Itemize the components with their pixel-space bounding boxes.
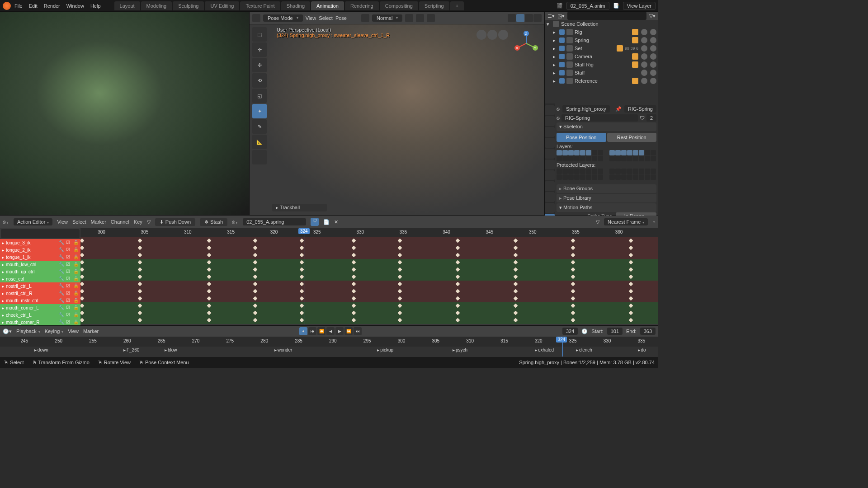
proportional-edit-icon[interactable]: ○ xyxy=(652,219,656,225)
keyframe-area[interactable]: 300305310315320325330335340345350355360 … xyxy=(80,228,658,325)
outliner-filter-icon[interactable]: ▽▾ xyxy=(649,13,656,19)
keyframe-track[interactable] xyxy=(80,310,658,317)
keyframe-track[interactable] xyxy=(80,281,658,288)
marker[interactable]: psych xyxy=(98,325,113,325)
jump-end-button[interactable]: ⏭ xyxy=(354,327,362,335)
end-frame[interactable]: 363 xyxy=(640,328,656,335)
keyframe-track[interactable] xyxy=(80,295,658,302)
keyframe-track[interactable] xyxy=(80,288,658,295)
camera-icon[interactable] xyxy=(476,30,486,40)
channel-row[interactable]: ▸nostril_ctrl_R🔧☑🔒 xyxy=(0,290,80,297)
annotate-tool[interactable]: ✎ xyxy=(252,119,267,134)
snap-icon[interactable] xyxy=(416,14,424,22)
timeline-marker[interactable]: clench xyxy=(576,347,592,352)
editor-type-icon[interactable] xyxy=(252,14,260,22)
prop-tab-object[interactable] xyxy=(545,160,555,169)
channel-row[interactable]: ▸mouth_low_ctrl🔧☑🔒 xyxy=(0,261,80,268)
keyframe-track[interactable] xyxy=(80,259,658,266)
channel-search[interactable] xyxy=(1,229,80,238)
ds-view-menu[interactable]: View xyxy=(57,219,68,225)
pan-icon[interactable] xyxy=(487,30,497,40)
keyframe-track[interactable] xyxy=(80,244,658,252)
keyframe-track[interactable] xyxy=(80,273,658,281)
menu-edit[interactable]: Edit xyxy=(29,3,38,9)
protected-grid-2[interactable] xyxy=(609,169,656,180)
menu-help[interactable]: Help xyxy=(90,3,101,9)
keying-menu[interactable]: Keying xyxy=(45,328,64,334)
fake-user-toggle[interactable]: 🛡 xyxy=(311,218,319,226)
tab-layout[interactable]: Layout xyxy=(114,1,140,10)
lookdev-shading[interactable] xyxy=(525,14,533,22)
extra-tool[interactable]: ⋯ xyxy=(252,150,267,164)
move-tool[interactable]: ✢ xyxy=(252,58,267,72)
timeline-marker[interactable]: F_260 xyxy=(123,347,139,352)
keyframe-track[interactable] xyxy=(80,317,658,324)
keyframe-track[interactable] xyxy=(80,252,658,259)
tab-texture-paint[interactable]: Texture Paint xyxy=(240,1,280,10)
push-down-button[interactable]: ⬇ Push Down xyxy=(155,218,195,226)
prop-tab-particle[interactable] xyxy=(545,181,555,191)
marker[interactable]: extreme xyxy=(598,325,617,325)
channel-row[interactable]: ▸tongue_2_ik🔧☑🔒 xyxy=(0,246,80,253)
tab-scripting[interactable]: Scripting xyxy=(419,1,449,10)
outliner-search[interactable] xyxy=(567,12,646,20)
select-tool[interactable]: ⬚ xyxy=(252,27,267,42)
ds-channel-menu[interactable]: Channel xyxy=(111,219,129,225)
marker[interactable]: exhaled xyxy=(253,325,272,325)
start-frame[interactable]: 101 xyxy=(607,328,623,335)
proportional-icon[interactable] xyxy=(427,14,435,22)
timeline-editor-icon[interactable]: 🕐▾ xyxy=(3,328,12,334)
mode-selector[interactable]: Pose Mode xyxy=(263,14,303,22)
dopesheet-editor-icon[interactable]: ⎋▾ xyxy=(3,219,9,225)
tl-marker-menu[interactable]: Marker xyxy=(83,328,99,334)
timeline-marker[interactable]: psych xyxy=(453,347,467,352)
keyframe-track[interactable] xyxy=(80,237,658,244)
unlink-action-icon[interactable]: ✕ xyxy=(334,219,338,225)
action-editor-mode[interactable]: Action Editor xyxy=(14,218,52,225)
tab-modeling[interactable]: Modeling xyxy=(141,1,172,10)
transform-icon[interactable] xyxy=(361,14,369,22)
filter-icon[interactable]: ▽ xyxy=(147,219,151,225)
channel-row[interactable]: ▸mouth_mstr_ctrl🔧☑🔒 xyxy=(0,297,80,304)
axis-gizmo[interactable]: X Y Z xyxy=(513,30,540,57)
channel-row[interactable]: ▸nostril_ctrl_L🔧☑🔒 xyxy=(0,282,80,290)
action-icon[interactable]: ⎋▾ xyxy=(232,219,238,225)
menu-render[interactable]: Render xyxy=(44,3,60,9)
outliner-item[interactable]: ▸Camera xyxy=(545,52,658,61)
channel-row[interactable]: ▸mouth_up_ctrl🔧☑🔒 xyxy=(0,268,80,275)
motion-paths-panel[interactable]: ▾ Motion Paths xyxy=(557,203,656,212)
scene-field[interactable]: 02_055_A.anim xyxy=(566,2,609,10)
timeline-marker[interactable]: blow xyxy=(165,347,177,352)
autokey-toggle[interactable]: ● xyxy=(299,327,307,335)
3d-viewport[interactable]: Pose Mode View Select Pose Normal ⬚ ✛ ✢ … xyxy=(249,12,544,215)
dopesheet-playhead[interactable]: 324 xyxy=(305,228,305,325)
sync-icon[interactable]: 🕐 xyxy=(581,328,588,334)
3d-viewport-canvas[interactable] xyxy=(250,24,544,215)
tab-add[interactable]: + xyxy=(450,1,464,10)
view-layer-field[interactable]: View Layer xyxy=(623,2,656,10)
skeleton-panel-header[interactable]: ▾ Skeleton xyxy=(557,122,656,131)
solid-shading[interactable] xyxy=(516,14,524,22)
rendered-shading[interactable] xyxy=(533,14,542,22)
ds-marker-menu[interactable]: Marker xyxy=(91,219,106,225)
current-frame[interactable]: 324 xyxy=(562,328,578,335)
prop-tab-scene[interactable] xyxy=(545,138,555,148)
timeline-marker[interactable]: down xyxy=(34,347,48,352)
outliner-item[interactable]: ▸Reference xyxy=(545,77,658,85)
view-menu[interactable]: View xyxy=(306,15,316,21)
marker[interactable]: down xyxy=(382,325,396,325)
outliner-item[interactable]: ▸Set99 39 6 xyxy=(545,44,658,52)
cursor-tool[interactable]: ✛ xyxy=(252,42,267,57)
transform-orientation[interactable]: Normal xyxy=(372,14,402,22)
prop-tab-modifier[interactable] xyxy=(545,170,555,180)
prop-tab-physics[interactable] xyxy=(545,192,555,202)
tab-compositing[interactable]: Compositing xyxy=(380,1,418,10)
select-menu[interactable]: Select xyxy=(319,15,333,21)
menu-window[interactable]: Window xyxy=(66,3,84,9)
channel-row[interactable]: ▸mouth_corner_R🔧☑🔒 xyxy=(0,319,80,325)
action-name-field[interactable]: 02_055_A.spring xyxy=(243,218,306,225)
layers-grid-1[interactable] xyxy=(557,150,603,161)
render-preview-viewport[interactable] xyxy=(0,12,249,215)
outliner-scene-collection[interactable]: ▾ Scene Collection xyxy=(545,20,658,28)
autokey-set-icon[interactable]: ▽ xyxy=(596,219,599,225)
